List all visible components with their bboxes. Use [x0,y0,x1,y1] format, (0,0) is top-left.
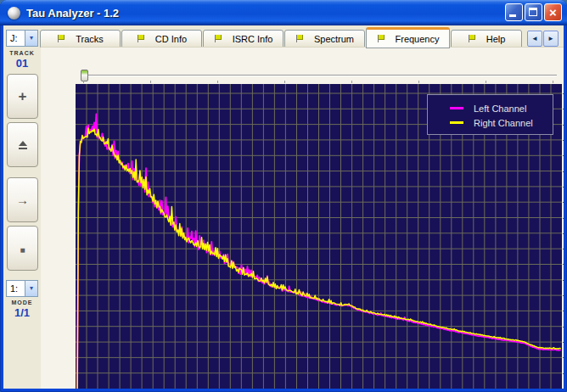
legend-label: Left Channel [474,104,526,114]
tab-label: ISRC Info [233,34,273,44]
app-icon [8,7,20,20]
tab-label: Frequency [396,34,440,44]
legend-entry: Left Channel [450,101,553,115]
tab-isrc-info[interactable]: ISRC Info [203,30,284,48]
y-axis-tick [563,187,564,188]
eject-icon [19,141,27,149]
flag-icon [137,35,144,42]
frequency-plot: Left ChannelRight Channel [76,84,562,389]
y-axis-tick [563,327,564,328]
tab-label: Spectrum [314,34,354,44]
plus-icon [19,88,27,105]
y-axis-tick [563,218,564,219]
minimize-icon [509,14,516,17]
app-window: Tau Analyzer - 1.2 × J: ▾ TRACK 01 1: ▾ … [0,0,567,392]
close-icon: × [545,4,561,20]
window-controls: × [505,3,562,21]
mode-combo[interactable]: 1: ▾ [6,280,38,297]
legend-label: Right Channel [474,118,533,128]
client-area: J: ▾ TRACK 01 1: ▾ MODE 1/1 TracksCD Inf… [3,25,564,389]
y-axis-tick [563,140,564,141]
tab-spectrum[interactable]: Spectrum [284,30,365,48]
arrow-right-icon [16,193,29,208]
tab-tracks[interactable]: Tracks [40,30,121,48]
tab-label: Tracks [76,34,104,44]
legend-color-dash [450,121,463,124]
tab-cd-info[interactable]: CD Info [121,30,202,48]
maximize-button[interactable] [525,3,542,21]
chevron-down-icon[interactable]: ▾ [25,31,37,46]
maximize-icon [529,8,537,16]
flag-icon [57,35,65,42]
chart-legend: Left ChannelRight Channel [427,94,553,135]
drive-combo-value: J: [7,31,25,46]
plus-button[interactable] [7,74,38,119]
slider-tick [217,81,218,83]
y-axis-tick [563,280,564,281]
tab-scroll-left-button[interactable]: ◄ [527,31,542,47]
flag-icon [468,35,475,42]
y-axis-tick [563,125,564,126]
titlebar[interactable]: Tau Analyzer - 1.2 × [0,0,567,25]
track-number: 01 [3,57,41,70]
slider-tick [351,81,352,83]
slider-tick [150,81,151,83]
y-axis-tick [563,171,564,172]
y-axis-tick [563,109,564,109]
arrow-right-button[interactable] [7,177,38,222]
flag-icon [295,35,303,42]
y-axis-tick [563,202,564,203]
chevron-down-icon[interactable]: ▾ [25,281,37,296]
stop-icon [20,241,25,256]
track-label: TRACK [3,50,41,56]
tab-scroll-right-button[interactable]: ► [543,31,559,47]
slider-tick [83,81,84,83]
stop-button[interactable] [7,226,38,271]
y-axis-tick [563,155,564,156]
arrow-left-icon: ◄ [531,35,538,42]
tab-label: Help [486,34,506,44]
y-axis-tick [563,93,564,94]
legend-entry: Right Channel [450,115,553,130]
tab-frequency[interactable]: Frequency [366,27,450,48]
mode-combo-value: 1: [7,281,25,296]
arrow-right-icon: ► [547,35,554,42]
legend-color-dash [450,107,463,109]
frequency-panel: Left ChannelRight Channel dB 10203040506… [41,47,564,389]
position-slider-track[interactable] [81,75,557,76]
y-axis-tick [563,264,564,265]
y-axis-tick [563,233,564,234]
slider-tick [553,81,553,83]
eject-button[interactable] [7,122,38,167]
window-title: Tau Analyzer - 1.2 [26,7,119,20]
slider-tick [486,81,486,83]
slider-tick [284,81,285,83]
position-slider-thumb[interactable] [81,70,88,81]
tab-label: CD Info [155,34,187,44]
mode-value: 1/1 [3,306,41,319]
slider-tick [418,81,419,83]
flag-icon [377,35,385,42]
y-axis-tick [563,311,564,311]
drive-combo[interactable]: J: ▾ [6,30,38,47]
close-button[interactable]: × [544,3,562,21]
tab-help[interactable]: Help [451,30,522,48]
y-axis-tick [563,373,564,374]
flag-icon [214,35,222,42]
mode-label: MODE [3,300,41,305]
y-axis-tick [563,295,564,296]
y-axis-tick [563,249,564,249]
y-axis-tick [563,357,564,358]
screenshot-stage: Tau Analyzer - 1.2 × J: ▾ TRACK 01 1: ▾ … [0,0,567,392]
y-axis-tick [563,342,564,343]
minimize-button[interactable] [505,3,523,21]
